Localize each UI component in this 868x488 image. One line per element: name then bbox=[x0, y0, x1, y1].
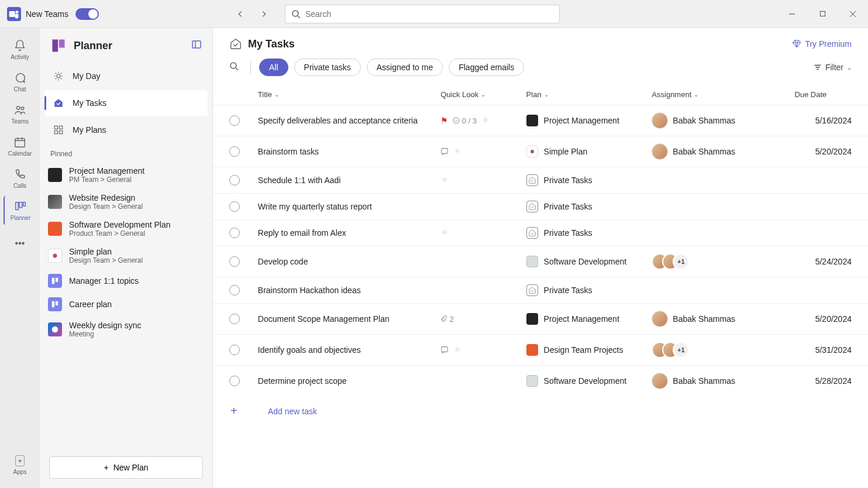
plan-chip[interactable]: Private Tasks bbox=[526, 227, 652, 239]
plan-name: Project Management bbox=[69, 166, 144, 176]
task-row[interactable]: Brainstorm Hackathon ideas Private Tasks bbox=[213, 277, 868, 304]
note-icon bbox=[440, 147, 449, 157]
task-checkbox[interactable] bbox=[229, 376, 240, 386]
task-checkbox[interactable] bbox=[229, 201, 240, 212]
filter-pill[interactable]: Assigned to me bbox=[367, 59, 443, 76]
people-icon bbox=[13, 103, 27, 117]
sun-icon bbox=[440, 176, 449, 185]
filter-pill[interactable]: Flagged emails bbox=[449, 59, 524, 76]
sidebar-pinned-item[interactable]: Project Management PM Team > General bbox=[40, 161, 212, 188]
plan-chip[interactable]: Private Tasks bbox=[526, 174, 652, 186]
task-row[interactable]: Write my quarterly status report Private… bbox=[213, 194, 868, 220]
sidebar-pinned-item[interactable]: Simple plan Design Team > General bbox=[40, 242, 212, 269]
plan-chip[interactable]: Project Management bbox=[526, 313, 652, 325]
sidebar-item-my-plans[interactable]: My Plans bbox=[44, 117, 208, 143]
column-header-quick[interactable]: Quick Look⌄ bbox=[440, 90, 526, 99]
nav-back-button[interactable] bbox=[233, 7, 247, 21]
svg-rect-4 bbox=[820, 11, 825, 16]
sidebar-pinned-item[interactable]: Manager 1:1 topics bbox=[40, 269, 212, 293]
rail-calls[interactable]: Calls bbox=[4, 164, 36, 193]
new-teams-label: New Teams bbox=[26, 9, 68, 19]
sidebar-pinned-item[interactable]: Software Development Plan Product Team >… bbox=[40, 215, 212, 242]
task-row[interactable]: Document Scope Management Plan 2 Project… bbox=[213, 304, 868, 335]
plan-icon bbox=[48, 322, 62, 336]
quick-look-cell bbox=[440, 345, 526, 355]
rail-activity[interactable]: Activity bbox=[4, 35, 36, 64]
rail-planner[interactable]: Planner bbox=[4, 196, 36, 225]
nav-forward-button[interactable] bbox=[257, 7, 271, 21]
rail-chat[interactable]: Chat bbox=[4, 67, 36, 96]
attachment-badge: 2 bbox=[440, 315, 454, 324]
column-header-title[interactable]: Title⌄ bbox=[258, 90, 440, 99]
task-checkbox[interactable] bbox=[229, 256, 240, 267]
sidebar-pinned-item[interactable]: Weekly design sync Meeting bbox=[40, 316, 212, 343]
new-plan-button[interactable]: + New Plan bbox=[49, 456, 203, 479]
main-content: My Tasks Try Premium AllPrivate tasksAss… bbox=[213, 28, 868, 488]
plan-chip[interactable]: Private Tasks bbox=[526, 201, 652, 212]
add-task-button[interactable]: + Add new task bbox=[213, 396, 868, 426]
plan-chip[interactable]: Software Development bbox=[526, 375, 652, 387]
plan-chip[interactable]: Simple Plan bbox=[526, 146, 652, 157]
sidebar-pinned-item[interactable]: Website Redesign Design Team > General bbox=[40, 188, 212, 215]
task-row[interactable]: Specify deliverables and acceptance crit… bbox=[213, 105, 868, 136]
svg-rect-20 bbox=[52, 278, 54, 284]
column-header-due[interactable]: Due Date bbox=[794, 90, 852, 99]
plan-chip[interactable]: Design Team Projects bbox=[526, 344, 652, 356]
apps-icon: + bbox=[13, 453, 27, 468]
sidebar-collapse-button[interactable] bbox=[191, 39, 202, 52]
rail-more[interactable]: ••• bbox=[4, 233, 36, 254]
svg-point-32 bbox=[443, 231, 446, 233]
column-header-assign[interactable]: Assignment⌄ bbox=[652, 90, 794, 99]
task-checkbox[interactable] bbox=[229, 314, 240, 324]
assignment-cell: Babak Shammas bbox=[652, 112, 794, 129]
svg-point-24 bbox=[52, 327, 58, 333]
sidebar-item-my-tasks[interactable]: My Tasks bbox=[44, 90, 208, 116]
new-teams-toggle[interactable] bbox=[75, 8, 99, 20]
search-icon bbox=[291, 9, 301, 19]
task-row[interactable]: Schedule 1:1 with Aadi Private Tasks bbox=[213, 167, 868, 194]
task-checkbox[interactable] bbox=[229, 175, 240, 185]
task-row[interactable]: Determine project scope Software Develop… bbox=[213, 366, 868, 396]
sidebar-item-my-day[interactable]: My Day bbox=[44, 63, 208, 89]
task-checkbox[interactable] bbox=[229, 146, 240, 157]
task-row[interactable]: Develop code Software Development +1 5/2… bbox=[213, 246, 868, 277]
column-header-plan[interactable]: Plan⌄ bbox=[526, 90, 652, 99]
filter-search-button[interactable] bbox=[229, 61, 239, 73]
chevron-down-icon: ⌄ bbox=[694, 91, 698, 98]
task-title: Brainstorm Hackathon ideas bbox=[258, 286, 440, 295]
task-checkbox[interactable] bbox=[229, 285, 240, 295]
assignment-cell: Babak Shammas bbox=[652, 373, 794, 389]
assignment-cell: +1 bbox=[652, 253, 794, 270]
svg-rect-21 bbox=[56, 278, 58, 282]
task-row[interactable]: Identify goals and objectives Design Tea… bbox=[213, 335, 868, 366]
task-checkbox[interactable] bbox=[229, 345, 240, 355]
plan-name: Private Tasks bbox=[544, 202, 593, 211]
window-maximize-button[interactable] bbox=[814, 6, 831, 22]
plan-icon bbox=[48, 168, 62, 182]
rail-teams[interactable]: Teams bbox=[4, 99, 36, 128]
task-row[interactable]: Reply to email from Alex Private Tasks bbox=[213, 220, 868, 246]
window-close-button[interactable] bbox=[845, 6, 861, 22]
try-premium-button[interactable]: Try Premium bbox=[792, 39, 852, 49]
plan-chip[interactable]: Private Tasks bbox=[526, 284, 652, 296]
window-minimize-button[interactable] bbox=[784, 6, 800, 22]
rail-calendar[interactable]: Calendar bbox=[4, 132, 36, 160]
filter-pill[interactable]: Private tasks bbox=[294, 59, 361, 76]
phone-icon bbox=[13, 167, 27, 181]
search-input[interactable] bbox=[305, 9, 553, 19]
page-title: My Tasks bbox=[248, 38, 295, 50]
task-row[interactable]: Brainstorm tasks Simple Plan Babak Shamm… bbox=[213, 136, 868, 167]
filter-button[interactable]: Filter ⌄ bbox=[814, 63, 852, 72]
sidebar-pinned-item[interactable]: Career plan bbox=[40, 293, 212, 316]
rail-label: Calendar bbox=[8, 150, 32, 157]
task-checkbox[interactable] bbox=[229, 115, 240, 126]
rail-apps[interactable]: + Apps bbox=[4, 450, 36, 479]
flag-icon: ⚑ bbox=[440, 116, 448, 125]
filter-pill[interactable]: All bbox=[259, 59, 288, 76]
task-checkbox[interactable] bbox=[229, 228, 240, 238]
plan-chip[interactable]: Project Management bbox=[526, 115, 652, 126]
chevron-down-icon: ⌄ bbox=[274, 91, 279, 98]
svg-rect-7 bbox=[15, 139, 25, 147]
plan-chip[interactable]: Software Development bbox=[526, 256, 652, 267]
search-input-container[interactable] bbox=[285, 5, 560, 23]
